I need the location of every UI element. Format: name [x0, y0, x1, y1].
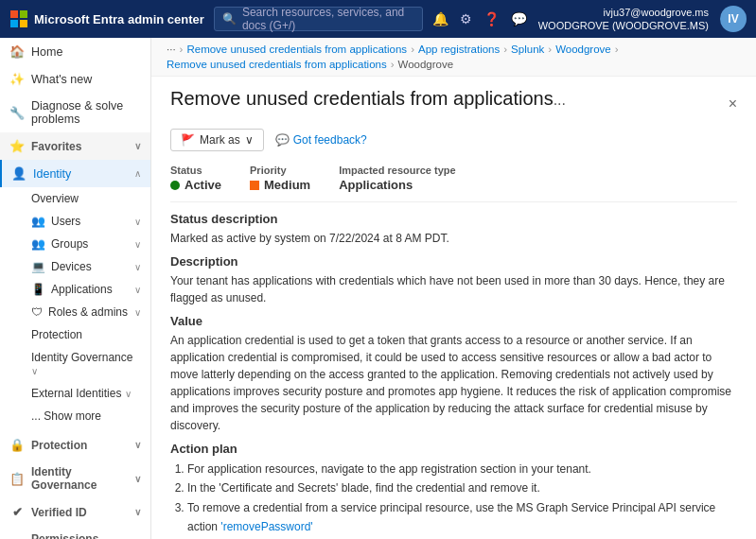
chevron-down-icon: ∨ [134, 507, 141, 517]
sidebar-subitem-protection[interactable]: Protection [0, 323, 150, 346]
main-content: ··· › Remove unused credentials from app… [151, 38, 756, 539]
svg-rect-0 [10, 10, 18, 18]
action-plan-title: Action plan [170, 442, 737, 456]
sidebar-subitem-external-identities[interactable]: External Identities ∨ [0, 382, 150, 405]
sidebar-section-permissions[interactable]: 🔑 Permissions Management [0, 526, 150, 539]
home-icon: 🏠 [9, 44, 25, 59]
resource-type-item: Impacted resource type Applications [339, 165, 456, 192]
star-icon: ⭐ [9, 139, 25, 153]
priority-value: Medium [250, 178, 310, 192]
groups-icon: 👥 [31, 237, 45, 251]
status-label: Status [170, 165, 221, 176]
panel-actions: 🚩 Mark as ∨ 💬 Got feedback? [170, 129, 737, 151]
apps-icon: 📱 [31, 283, 45, 296]
chevron-down-icon: ∨ [134, 474, 141, 484]
chevron-icon: ∨ [134, 285, 141, 295]
sidebar: 🏠 Home ✨ What's new 🔧 Diagnose & solve p… [0, 38, 151, 539]
global-search[interactable]: 🔍 Search resources, services, and docs (… [214, 7, 423, 31]
priority-item: Priority Medium [250, 165, 310, 192]
chevron-icon: ∨ [134, 307, 141, 318]
breadcrumb-link-1[interactable]: Remove unused credentials from applicati… [186, 43, 407, 55]
chevron-icon: ∨ [125, 389, 132, 399]
breadcrumb-ellipsis: ··· [167, 43, 176, 55]
sidebar-section-verified-id[interactable]: ✔ Verified ID ∨ [0, 498, 150, 526]
value-section: Value An application credential is used … [170, 314, 737, 434]
action-plan-section: Action plan For application resources, n… [170, 442, 737, 537]
breadcrumb-link-4[interactable]: Woodgrove [555, 43, 611, 55]
sidebar-subitem-overview[interactable]: Overview [0, 187, 150, 210]
close-button[interactable]: × [729, 96, 737, 113]
breadcrumb: ··· › Remove unused credentials from app… [151, 38, 756, 77]
chevron-icon: ∨ [134, 217, 141, 227]
svg-rect-3 [20, 20, 27, 27]
users-icon: 👥 [31, 215, 45, 228]
resource-type-label: Impacted resource type [339, 165, 456, 176]
feedback-link[interactable]: 💬 Got feedback? [275, 133, 367, 147]
dropdown-chevron-icon: ∨ [245, 133, 254, 147]
description-section: Description Your tenant has applications… [170, 254, 737, 306]
feedback-icon[interactable]: 💬 [511, 11, 527, 26]
action-plan-item-1: For application resources, navigate to t… [187, 460, 737, 478]
diagnose-icon: 🔧 [9, 106, 25, 120]
sidebar-subitem-devices[interactable]: 💻Devices ∨ [0, 255, 150, 278]
chevron-icon: ∨ [134, 262, 141, 272]
sidebar-section-identity-governance[interactable]: 📋 Identity Governance ∨ [0, 459, 150, 498]
status-description-title: Status description [170, 212, 737, 226]
action-plan-list: For application resources, navigate to t… [187, 460, 737, 537]
ms-logo-icon [9, 9, 28, 28]
status-item: Status Active [170, 165, 221, 192]
panel-title: Remove unused credentials from applicati… [170, 88, 554, 110]
sidebar-show-more[interactable]: ... Show more [0, 405, 150, 427]
sidebar-section-protection[interactable]: 🔒 Protection ∨ [0, 431, 150, 459]
settings-icon[interactable]: ⚙ [460, 11, 472, 26]
sidebar-subitem-identity-governance[interactable]: Identity Governance ∨ [0, 346, 150, 382]
avatar[interactable]: IV [720, 6, 747, 32]
status-description-text: Marked as active by system on 7/22/2024 … [170, 230, 737, 247]
sidebar-subitem-applications[interactable]: 📱Applications ∨ [0, 278, 150, 301]
identity-icon: 👤 [11, 166, 26, 181]
sidebar-subitem-roles[interactable]: 🛡Roles & admins ∨ [0, 301, 150, 323]
governance-icon: 📋 [9, 472, 25, 486]
sidebar-subitem-groups[interactable]: 👥Groups ∨ [0, 233, 150, 255]
app-logo: Microsoft Entra admin center [9, 9, 204, 28]
help-icon[interactable]: ❓ [483, 11, 500, 26]
sidebar-subitem-users[interactable]: 👥Users ∨ [0, 210, 150, 233]
sidebar-item-whats-new[interactable]: ✨ What's new [0, 65, 150, 93]
value-text: An application credential is used to get… [170, 332, 737, 434]
more-options-button[interactable]: ··· [554, 96, 566, 113]
action-plan-item-3: To remove a credential from a service pr… [187, 498, 737, 537]
topbar: Microsoft Entra admin center 🔍 Search re… [0, 0, 756, 38]
protection-icon: 🔒 [9, 438, 25, 452]
description-title: Description [170, 254, 737, 269]
breadcrumb-link-2[interactable]: App registrations [418, 43, 500, 55]
breadcrumb-current: Woodgrove [398, 59, 454, 70]
status-description-section: Status description Marked as active by s… [170, 212, 737, 247]
resource-type-value: Applications [339, 178, 456, 192]
search-icon: 🔍 [222, 12, 237, 26]
notifications-icon[interactable]: 🔔 [432, 11, 448, 26]
breadcrumb-link-3[interactable]: Splunk [511, 43, 544, 55]
sidebar-item-identity[interactable]: 👤 Identity ∧ [0, 160, 150, 187]
sidebar-section-favorites: ⭐ Favorites ∨ [0, 132, 150, 160]
status-value: Active [170, 178, 221, 192]
flag-icon: 🚩 [181, 133, 195, 147]
chevron-icon: ∨ [31, 366, 38, 376]
chevron-down-icon: ∨ [134, 440, 141, 450]
feedback-icon-inline: 💬 [275, 133, 290, 147]
devices-icon: 💻 [31, 260, 45, 273]
topbar-icons: 🔔 ⚙ ❓ 💬 ivju37@woodgrove.ms WOODGROVE (W… [432, 6, 747, 33]
status-row: Status Active Priority Medium Impacted r… [170, 165, 737, 202]
value-title: Value [170, 314, 737, 328]
description-text: Your tenant has applications with creden… [170, 272, 737, 306]
mark-as-button[interactable]: 🚩 Mark as ∨ [170, 129, 264, 151]
sidebar-item-diagnose[interactable]: 🔧 Diagnose & solve problems [0, 93, 150, 132]
user-info: ivju37@woodgrove.ms WOODGROVE (WOODGROVE… [538, 6, 709, 33]
search-placeholder: Search resources, services, and docs (G+… [242, 6, 414, 32]
action-plan-item-2: In the 'Certificate and Secrets' blade, … [187, 478, 737, 497]
remove-password-link[interactable]: 'removePassword' [220, 520, 312, 533]
sidebar-item-home[interactable]: 🏠 Home [0, 38, 150, 65]
new-icon: ✨ [9, 72, 25, 86]
roles-icon: 🛡 [31, 305, 43, 319]
svg-rect-2 [10, 20, 18, 27]
breadcrumb-link-5[interactable]: Remove unused credentials from applicati… [167, 59, 387, 70]
